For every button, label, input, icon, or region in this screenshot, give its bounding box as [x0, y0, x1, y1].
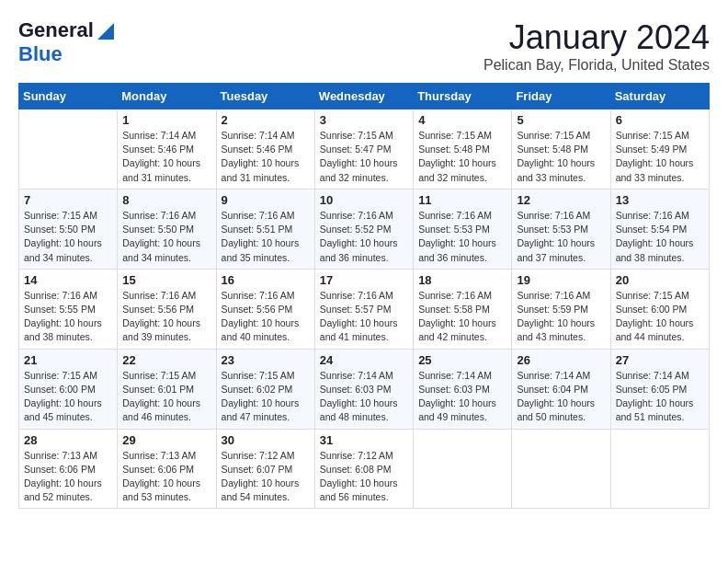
day-number: 26: [517, 353, 605, 367]
calendar-cell: 25Sunrise: 7:14 AM Sunset: 6:03 PM Dayli…: [414, 349, 512, 429]
day-info: Sunrise: 7:16 AM Sunset: 5:53 PM Dayligh…: [418, 209, 506, 265]
day-header-saturday: Saturday: [610, 84, 709, 109]
calendar-cell: 20Sunrise: 7:15 AM Sunset: 6:00 PM Dayli…: [610, 269, 709, 349]
calendar-cell: 6Sunrise: 7:15 AM Sunset: 5:49 PM Daylig…: [610, 109, 709, 190]
day-number: 22: [122, 353, 210, 367]
logo-blue: Blue: [18, 42, 63, 65]
calendar-week-row: 28Sunrise: 7:13 AM Sunset: 6:06 PM Dayli…: [19, 429, 710, 509]
day-info: Sunrise: 7:16 AM Sunset: 5:59 PM Dayligh…: [517, 289, 605, 345]
calendar-week-row: 21Sunrise: 7:15 AM Sunset: 6:00 PM Dayli…: [19, 349, 710, 429]
month-title: January 2024: [483, 18, 710, 57]
calendar-cell: 27Sunrise: 7:14 AM Sunset: 6:05 PM Dayli…: [610, 349, 709, 429]
day-info: Sunrise: 7:13 AM Sunset: 6:06 PM Dayligh…: [122, 449, 210, 505]
calendar-cell: 13Sunrise: 7:16 AM Sunset: 5:54 PM Dayli…: [610, 189, 709, 269]
day-info: Sunrise: 7:16 AM Sunset: 5:53 PM Dayligh…: [517, 209, 605, 265]
day-number: 19: [517, 273, 605, 287]
day-info: Sunrise: 7:16 AM Sunset: 5:56 PM Dayligh…: [222, 289, 310, 345]
day-info: Sunrise: 7:16 AM Sunset: 5:56 PM Dayligh…: [122, 289, 210, 345]
day-info: Sunrise: 7:15 AM Sunset: 6:01 PM Dayligh…: [122, 369, 210, 425]
day-number: 15: [122, 273, 210, 287]
calendar-header-row: SundayMondayTuesdayWednesdayThursdayFrid…: [19, 84, 710, 109]
calendar-cell: 8Sunrise: 7:16 AM Sunset: 5:50 PM Daylig…: [118, 189, 216, 269]
calendar-body: 1Sunrise: 7:14 AM Sunset: 5:46 PM Daylig…: [19, 109, 710, 509]
calendar-cell: [610, 429, 709, 509]
calendar-cell: 2Sunrise: 7:14 AM Sunset: 5:46 PM Daylig…: [216, 109, 314, 190]
day-info: Sunrise: 7:14 AM Sunset: 6:03 PM Dayligh…: [418, 369, 506, 425]
calendar-week-row: 1Sunrise: 7:14 AM Sunset: 5:46 PM Daylig…: [19, 109, 710, 190]
day-info: Sunrise: 7:15 AM Sunset: 5:48 PM Dayligh…: [418, 129, 506, 185]
day-header-thursday: Thursday: [414, 84, 512, 109]
day-number: 21: [24, 353, 112, 367]
day-number: 6: [616, 113, 704, 127]
day-info: Sunrise: 7:14 AM Sunset: 6:04 PM Dayligh…: [517, 369, 605, 425]
calendar-cell: 19Sunrise: 7:16 AM Sunset: 5:59 PM Dayli…: [512, 269, 610, 349]
calendar-table: SundayMondayTuesdayWednesdayThursdayFrid…: [18, 83, 710, 509]
calendar-cell: 22Sunrise: 7:15 AM Sunset: 6:01 PM Dayli…: [118, 349, 216, 429]
day-info: Sunrise: 7:16 AM Sunset: 5:55 PM Dayligh…: [24, 289, 112, 345]
day-number: 14: [24, 273, 112, 287]
day-number: 28: [24, 433, 112, 447]
day-info: Sunrise: 7:16 AM Sunset: 5:52 PM Dayligh…: [320, 209, 408, 265]
calendar-cell: [414, 429, 512, 509]
day-info: Sunrise: 7:16 AM Sunset: 5:54 PM Dayligh…: [616, 209, 704, 265]
day-number: 20: [616, 273, 704, 287]
day-number: 8: [122, 193, 210, 207]
calendar-cell: 21Sunrise: 7:15 AM Sunset: 6:00 PM Dayli…: [19, 349, 118, 429]
day-number: 24: [320, 353, 408, 367]
day-info: Sunrise: 7:15 AM Sunset: 5:47 PM Dayligh…: [320, 129, 408, 185]
day-number: 13: [616, 193, 704, 207]
day-number: 9: [222, 193, 310, 207]
day-number: 1: [122, 113, 210, 127]
day-number: 31: [320, 433, 408, 447]
calendar-cell: 31Sunrise: 7:12 AM Sunset: 6:08 PM Dayli…: [314, 429, 413, 509]
day-number: 17: [320, 273, 408, 287]
calendar-cell: [512, 429, 610, 509]
calendar-cell: 17Sunrise: 7:16 AM Sunset: 5:57 PM Dayli…: [314, 269, 413, 349]
day-number: 4: [418, 113, 506, 127]
calendar-cell: 9Sunrise: 7:16 AM Sunset: 5:51 PM Daylig…: [216, 189, 314, 269]
day-number: 25: [418, 353, 506, 367]
logo-arrow-icon: [96, 19, 114, 40]
calendar-cell: 26Sunrise: 7:14 AM Sunset: 6:04 PM Dayli…: [512, 349, 610, 429]
day-info: Sunrise: 7:15 AM Sunset: 5:49 PM Dayligh…: [616, 129, 704, 185]
day-info: Sunrise: 7:15 AM Sunset: 6:00 PM Dayligh…: [616, 289, 704, 345]
calendar-cell: 18Sunrise: 7:16 AM Sunset: 5:58 PM Dayli…: [414, 269, 512, 349]
day-info: Sunrise: 7:15 AM Sunset: 6:02 PM Dayligh…: [222, 369, 310, 425]
calendar-week-row: 7Sunrise: 7:15 AM Sunset: 5:50 PM Daylig…: [19, 189, 710, 269]
calendar-week-row: 14Sunrise: 7:16 AM Sunset: 5:55 PM Dayli…: [19, 269, 710, 349]
page-header: General Blue January 2024 Pelican Bay, F…: [18, 18, 710, 74]
day-info: Sunrise: 7:16 AM Sunset: 5:58 PM Dayligh…: [418, 289, 506, 345]
day-number: 23: [222, 353, 310, 367]
day-header-sunday: Sunday: [19, 84, 118, 109]
day-number: 12: [517, 193, 605, 207]
day-number: 30: [222, 433, 310, 447]
day-info: Sunrise: 7:15 AM Sunset: 5:48 PM Dayligh…: [517, 129, 605, 185]
day-header-wednesday: Wednesday: [314, 84, 413, 109]
day-header-friday: Friday: [512, 84, 610, 109]
calendar-cell: 7Sunrise: 7:15 AM Sunset: 5:50 PM Daylig…: [19, 189, 118, 269]
calendar-cell: 5Sunrise: 7:15 AM Sunset: 5:48 PM Daylig…: [512, 109, 610, 190]
day-number: 18: [418, 273, 506, 287]
title-block: January 2024 Pelican Bay, Florida, Unite…: [483, 18, 710, 74]
day-info: Sunrise: 7:14 AM Sunset: 5:46 PM Dayligh…: [122, 129, 210, 185]
day-number: 29: [122, 433, 210, 447]
day-info: Sunrise: 7:12 AM Sunset: 6:07 PM Dayligh…: [222, 449, 310, 505]
calendar-cell: 15Sunrise: 7:16 AM Sunset: 5:56 PM Dayli…: [118, 269, 216, 349]
day-info: Sunrise: 7:16 AM Sunset: 5:50 PM Dayligh…: [122, 209, 210, 265]
day-number: 16: [222, 273, 310, 287]
day-info: Sunrise: 7:14 AM Sunset: 6:03 PM Dayligh…: [320, 369, 408, 425]
day-number: 7: [24, 193, 112, 207]
day-info: Sunrise: 7:16 AM Sunset: 5:51 PM Dayligh…: [222, 209, 310, 265]
day-info: Sunrise: 7:13 AM Sunset: 6:06 PM Dayligh…: [24, 449, 112, 505]
day-info: Sunrise: 7:12 AM Sunset: 6:08 PM Dayligh…: [320, 449, 408, 505]
calendar-cell: 11Sunrise: 7:16 AM Sunset: 5:53 PM Dayli…: [414, 189, 512, 269]
calendar-cell: 28Sunrise: 7:13 AM Sunset: 6:06 PM Dayli…: [19, 429, 118, 509]
day-info: Sunrise: 7:15 AM Sunset: 5:50 PM Dayligh…: [24, 209, 112, 265]
location: Pelican Bay, Florida, United States: [483, 57, 710, 74]
day-info: Sunrise: 7:16 AM Sunset: 5:57 PM Dayligh…: [320, 289, 408, 345]
svg-marker-0: [97, 23, 114, 40]
day-info: Sunrise: 7:14 AM Sunset: 6:05 PM Dayligh…: [616, 369, 704, 425]
day-number: 11: [418, 193, 506, 207]
calendar-cell: 23Sunrise: 7:15 AM Sunset: 6:02 PM Dayli…: [216, 349, 314, 429]
calendar-cell: 3Sunrise: 7:15 AM Sunset: 5:47 PM Daylig…: [314, 109, 413, 190]
